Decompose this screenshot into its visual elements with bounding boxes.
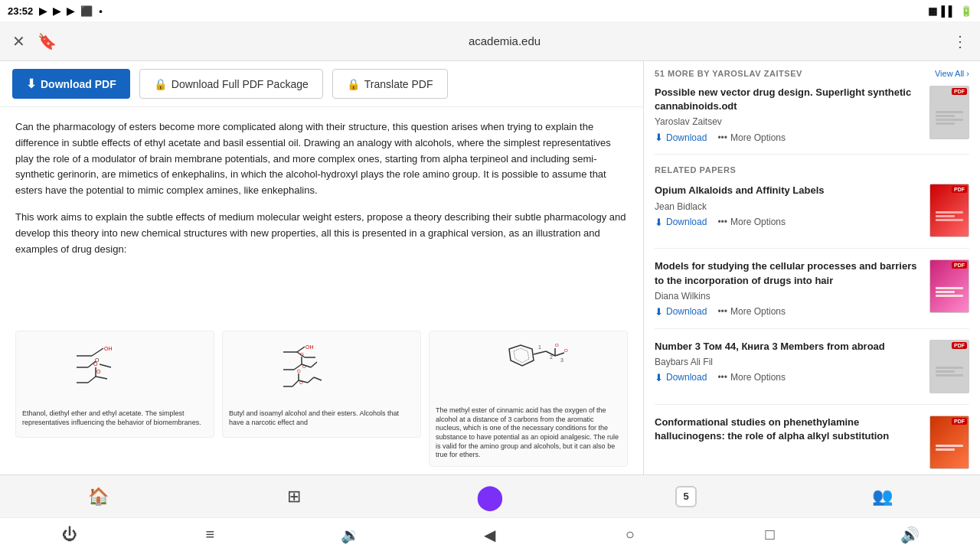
related-thumb-4: PDF [929,416,969,469]
download-icon-r3: ⬇ [655,372,663,383]
thumb-lines-r4 [936,443,963,452]
home-circle-button[interactable]: ○ [607,520,653,550]
related-info-2: Models for studying the cellular process… [655,259,922,317]
record-icon: ⬛ [80,5,93,17]
view-all-link[interactable]: View All › [935,69,969,78]
url-bar[interactable]: academia.edu [69,34,940,47]
svg-text:O: O [297,369,301,373]
home-nav-icon[interactable]: 🏠 [81,480,115,514]
chem-label-1: Ethanol, diethyl ether and ethyl acetate… [22,409,207,427]
svg-text:O: O [555,343,559,347]
svg-text:O: O [300,352,304,357]
related-author-3: Baybars Ali Fil [655,357,922,367]
pdf-badge-1: PDF [952,88,967,95]
bottom-nav: 🏠 ⊞ ⬤ 5 👥 [0,474,980,517]
volume-up-button[interactable]: 🔊 [887,520,933,550]
bookmark-icon[interactable]: 🔖 [38,32,57,51]
related-info-4: Conformational studies on phenethylamine… [655,416,922,469]
related-card-1: Opium Alkaloids and Affinity Labels Jean… [655,184,969,249]
status-bar: 23:52 ▶ ▶ ▶ ⬛ • ▦ ▌▌ 🔋 [0,0,980,21]
related-download-1[interactable]: ⬇ Download [655,217,707,228]
svg-text:2: 2 [550,354,553,360]
status-time: 23:52 [8,5,33,17]
thumb-line [936,115,955,117]
svg-line-8 [88,377,96,383]
dot-icon: • [99,5,103,17]
paper-card-1: Possible new vector drug design. Superli… [655,86,969,155]
pdf-content: Can the pharmacology of esters become mo… [0,107,643,331]
people-nav-icon[interactable]: 👥 [865,480,899,514]
lock-icon-translate: 🔒 [347,78,360,90]
svg-text:1: 1 [538,344,541,350]
main-layout: ⬇ Download PDF 🔒 Download Full PDF Packa… [0,61,980,474]
thumb-line [936,122,955,125]
svg-line-1 [92,348,103,356]
svg-line-37 [555,353,564,356]
power-button[interactable]: ⏻ [47,520,93,550]
more-by-title: 51 MORE BY YAROSLAV ZAITSEV [655,69,969,78]
pdf-badge-r4: PDF [952,418,967,425]
browser-menu-icon[interactable]: ⋮ [952,32,968,51]
tab-count-badge: 5 [675,486,697,507]
thumb-line [936,111,963,113]
more-by-header: View All › 51 MORE BY YAROSLAV ZAITSEV [655,69,969,86]
yt-alt-icon: ▶ [67,5,74,17]
related-title-4: Conformational studies on phenethylamine… [655,416,922,443]
related-info-1: Opium Alkaloids and Affinity Labels Jean… [655,184,922,237]
related-download-3[interactable]: ⬇ Download [655,372,707,383]
related-card-2: Models for studying the cellular process… [655,259,969,328]
svg-line-14 [297,347,305,352]
related-title-3: Number 3 Том 44, Книга 3 Members from ab… [655,340,922,354]
related-thumb-2: PDF [929,259,969,313]
svg-text:O: O [564,348,568,353]
paper-author-1: Yaroslav Zaitsev [655,116,922,127]
pdf-badge-r3: PDF [952,342,967,349]
related-more-2[interactable]: ••• More Options [717,306,786,317]
svg-line-24 [311,362,317,367]
more-icon-r1: ••• [717,217,727,227]
download-button-1[interactable]: ⬇ Download [655,132,707,143]
thumb-lines-r1 [936,210,963,223]
svg-line-35 [534,351,546,354]
related-actions-1: ⬇ Download ••• More Options [655,217,922,228]
right-sidebar: View All › 51 MORE BY YAROSLAV ZAITSEV P… [643,61,980,474]
chem-diagram-1: OH O O O Ethanol, diethyl ether and ethy… [15,331,214,438]
paper-title-1: Possible new vector drug design. Superli… [655,86,922,113]
pdf-paragraph-2: This work aims to explain the subtle eff… [15,210,628,257]
recents-button[interactable]: □ [747,520,793,550]
svg-text:OH: OH [305,344,314,350]
more-options-icon-1: ••• [717,132,727,143]
tabs-nav-icon[interactable]: 5 [669,480,703,514]
volume-down-button[interactable]: 🔉 [327,520,373,550]
more-options-button-1[interactable]: ••• More Options [717,132,786,143]
thumb-lines-r3 [936,365,963,378]
svg-text:O: O [96,369,101,374]
paper-thumb-1: PDF [929,86,969,139]
paper-actions-1: ⬇ Download ••• More Options [655,132,922,143]
more-icon-r3: ••• [717,372,727,383]
menu-button[interactable]: ≡ [187,520,233,550]
back-button[interactable]: ◀ [467,520,513,550]
battery-icon: 🔋 [960,5,972,17]
thumb-line [936,119,963,121]
download-package-button[interactable]: 🔒 Download Full PDF Package [139,69,323,99]
download-arrow-icon: ⬇ [26,77,36,91]
grid-nav-icon[interactable]: ⊞ [277,480,311,514]
related-more-1[interactable]: ••• More Options [717,217,786,227]
svg-text:3: 3 [560,357,564,363]
svg-line-31 [308,377,314,383]
translate-pdf-button[interactable]: 🔒 Translate PDF [332,69,448,99]
related-author-2: Diana Wilkins [655,291,922,302]
svg-text:O: O [93,361,98,367]
close-tab-icon[interactable]: ✕ [12,32,25,51]
svg-marker-33 [509,345,534,366]
thumb-lines-r2 [936,285,963,298]
svg-line-32 [314,377,322,380]
download-icon-1: ⬇ [655,132,663,143]
related-card-4: Conformational studies on phenethylamine… [655,416,969,474]
record-nav-icon[interactable]: ⬤ [473,480,507,514]
related-thumb-1: PDF [929,184,969,237]
download-pdf-button[interactable]: ⬇ Download PDF [12,69,130,99]
related-download-2[interactable]: ⬇ Download [655,306,707,318]
related-more-3[interactable]: ••• More Options [717,372,786,383]
